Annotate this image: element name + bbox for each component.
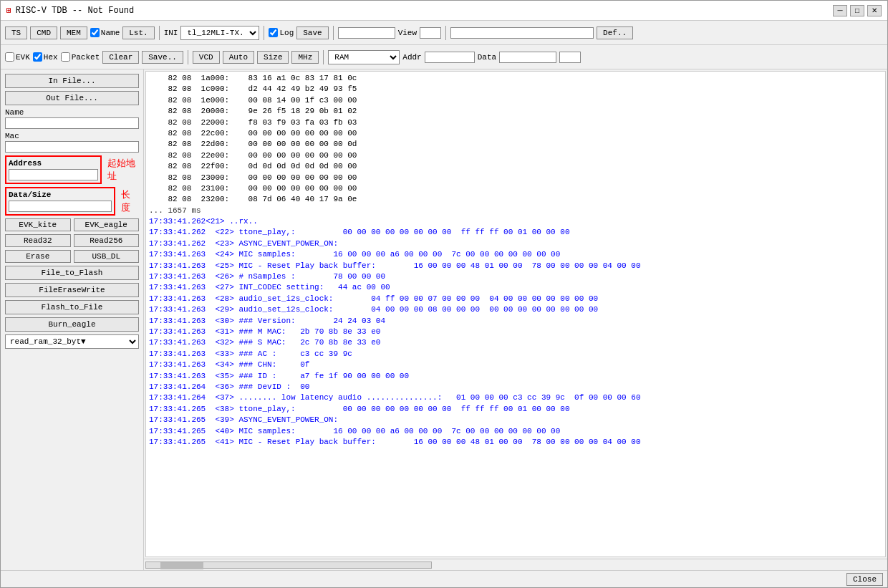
log-line: 17:33:41.262 <22> ttone_play,: 00 00 00 … (149, 227, 882, 238)
log-line: 17:33:41.263 <32> ### S MAC: 2c 70 8b 8e… (149, 337, 882, 348)
log-line: 17:33:41.262 <23> ASYNC_EVENT_POWER_ON: (149, 238, 882, 249)
mhz-button[interactable]: MHz (291, 51, 319, 64)
evk-label: EVK (16, 53, 30, 62)
scrollbar-thumb[interactable] (160, 562, 203, 569)
size-button[interactable]: Size (257, 51, 289, 64)
log-line: 17:33:41.263 <28> audio_set_i2s_clock: 0… (149, 294, 882, 304)
mac-field-label: Mac (5, 132, 139, 140)
evk-row: EVK_kite EVK_eagle (5, 218, 139, 231)
log-line: 82 08 23100: 00 00 00 00 00 00 00 00 (149, 183, 882, 194)
window-title: RISC-V TDB -- Not Found (16, 6, 135, 16)
evk-eagle-button[interactable]: EVK_eagle (74, 218, 140, 231)
name-field[interactable]: AUDIO_M (5, 117, 139, 129)
toolbar1: TS CMD MEM Name Lst. INI tl_12MLI-TX. Lo… (1, 21, 887, 45)
name-checkbox-label[interactable]: Name (90, 28, 120, 37)
view-value-input[interactable]: 16 (420, 27, 441, 39)
minimize-button[interactable]: ─ (833, 5, 847, 16)
main-window: ⊞ RISC-V TDB -- Not Found ─ □ ✕ TS CMD M… (0, 0, 888, 588)
status-bar: Close (1, 570, 887, 587)
packet-checkbox-label[interactable]: Packet (61, 52, 100, 62)
evk-checkbox-label[interactable]: EVK (5, 52, 30, 62)
in-file-button[interactable]: In File... (5, 74, 139, 88)
log-line: 17:33:41.263 <31> ### M MAC: 2b 70 8b 8e… (149, 327, 882, 337)
auto-button[interactable]: Auto (223, 51, 254, 64)
address-input[interactable]: 00000000 (9, 169, 98, 180)
ini-label: INI (164, 29, 178, 37)
log-line: 17:33:41.265 <40> MIC samples: 16 00 00 … (149, 426, 882, 437)
separator2 (264, 26, 264, 40)
ts-button[interactable]: TS (5, 26, 27, 39)
main-content: In File... Out File... Name AUDIO_M Mac … (1, 69, 887, 570)
log-line: 82 08 1a000: 83 16 a1 0c 83 17 81 0c (149, 73, 882, 84)
log-line: 17:33:41.263 <26> # nSamples : 78 00 00 … (149, 271, 882, 282)
log-line: 17:33:41.263 <30> ### Version: 24 24 03 … (149, 316, 882, 327)
horizontal-scrollbar[interactable] (144, 559, 887, 570)
erase-row: Erase USB_DL (5, 250, 139, 263)
log-line: 17:33:41.263 <33> ### AC : c3 cc 39 9c (149, 349, 882, 360)
close-window-button[interactable]: ✕ (867, 5, 882, 16)
usb-dl-button[interactable]: USB_DL (74, 250, 140, 263)
log-line: 17:33:41.264 <36> ### DevID : 00 (149, 382, 882, 392)
read256-button[interactable]: Read256 (74, 234, 140, 247)
packet-checkbox[interactable] (61, 52, 70, 62)
file-erase-write-button[interactable]: FileEraseWrite (5, 283, 139, 297)
function-select[interactable]: read_ram_32_byt▼ (5, 334, 139, 349)
log-area[interactable]: 82 08 1a000: 83 16 a1 0c 83 17 81 0c 82 … (145, 71, 886, 557)
path-input[interactable]: D:\work\eagle-audio\telink_b91m_mic_sdl (450, 27, 594, 39)
address-group: Address 00000000 起始地址 (5, 155, 139, 184)
toolbar2: EVK Hex Packet Clear Save.. VCD Auto Siz… (1, 45, 887, 69)
read32-button[interactable]: Read32 (5, 234, 71, 247)
vcd-button[interactable]: VCD (193, 51, 220, 64)
name-field-label: Name (5, 108, 139, 117)
mem-button[interactable]: MEM (60, 26, 87, 39)
ram-select[interactable]: RAM (328, 50, 400, 64)
hex-checkbox[interactable] (33, 52, 42, 62)
title-bar-controls: ─ □ ✕ (833, 5, 882, 16)
save-dots-button[interactable]: Save.. (142, 51, 183, 64)
log-checkbox[interactable] (269, 28, 278, 37)
separator6 (323, 50, 324, 64)
app-icon: ⊞ (6, 6, 11, 15)
data-size-note: 长度 (121, 188, 139, 214)
log-line: 82 08 20000: 9e 26 f5 18 29 0b 01 02 (149, 106, 882, 117)
name-field-group: Name AUDIO_M (5, 108, 139, 129)
mac-field[interactable]: 33e0 2b708b8e (5, 141, 139, 153)
data-size-input[interactable]: 00100000 (9, 201, 112, 212)
cmd-button[interactable]: CMD (30, 26, 57, 39)
erase-button[interactable]: Erase (5, 250, 71, 263)
ini-dropdown[interactable]: tl_12MLI-TX. (180, 26, 259, 40)
evk-kite-button[interactable]: EVK_kite (5, 218, 71, 231)
maximize-button[interactable]: □ (850, 5, 864, 16)
count-input[interactable]: 1 (559, 52, 581, 63)
def-button[interactable]: Def.. (597, 26, 633, 39)
out-file-button[interactable]: Out File... (5, 91, 139, 105)
log-line: 17:33:41.264 <37> ........ low latency a… (149, 392, 882, 403)
log-checkbox-label[interactable]: Log (269, 28, 294, 37)
hex-checkbox-label[interactable]: Hex (33, 52, 58, 62)
right-panel: 82 08 1a000: 83 16 a1 0c 83 17 81 0c 82 … (144, 69, 887, 570)
save-button[interactable]: Save (296, 26, 328, 39)
scrollbar-track[interactable] (145, 562, 432, 569)
name-label: Name (101, 29, 120, 37)
view-label: View (398, 29, 417, 37)
separator1 (159, 26, 160, 40)
data-input[interactable] (499, 52, 556, 63)
clear-button[interactable]: Clear (102, 51, 139, 64)
addr-input[interactable]: 1401e0 (425, 52, 475, 63)
log-line: 17:33:41.265 <39> ASYNC_EVENT_POWER_ON: (149, 415, 882, 425)
address-box: Address 00000000 (5, 155, 102, 184)
log-line: 82 08 22d00: 00 00 00 00 00 00 00 0d (149, 139, 882, 150)
view-input-empty[interactable] (338, 27, 395, 39)
mac-field-group: Mac 33e0 2b708b8e (5, 132, 139, 153)
evk-checkbox[interactable] (5, 52, 14, 62)
log-line: 17:33:41.263 <35> ### ID : a7 fe 1f 90 0… (149, 371, 882, 382)
file-to-flash-button[interactable]: File_to_Flash (5, 266, 139, 280)
flash-to-file-button[interactable]: Flash_to_File (5, 300, 139, 314)
lst-button[interactable]: Lst. (122, 26, 154, 39)
burn-eagle-button[interactable]: Burn_eagle (5, 317, 139, 332)
name-checkbox[interactable] (90, 28, 100, 37)
log-line: 17:33:41.263 <27> INT_CODEC setting: 44 … (149, 282, 882, 293)
close-button[interactable]: Close (846, 573, 883, 586)
log-line: 17:33:41.263 <25> MIC - Reset Play back … (149, 261, 882, 271)
log-line: 17:33:41.263 <29> audio_set_i2s_clock: 0… (149, 304, 882, 315)
